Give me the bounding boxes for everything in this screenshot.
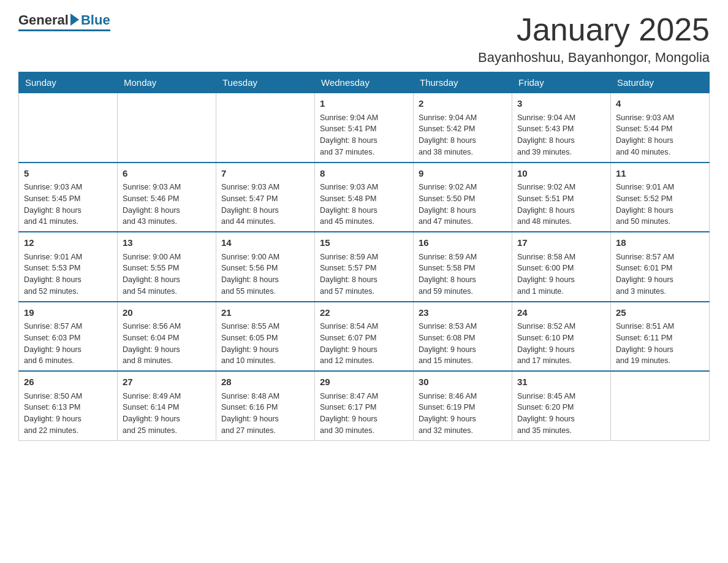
day-number: 29 [320,375,408,389]
calendar-cell: 23Sunrise: 8:53 AMSunset: 6:08 PMDayligh… [414,302,512,372]
logo-underline [18,29,110,31]
calendar-cell: 7Sunrise: 9:03 AMSunset: 5:47 PMDaylight… [216,163,315,232]
calendar-cell: 5Sunrise: 9:03 AMSunset: 5:45 PMDaylight… [19,163,118,232]
calendar-body: 1Sunrise: 9:04 AMSunset: 5:41 PMDaylight… [19,93,710,441]
day-number: 2 [419,97,507,111]
day-number: 21 [221,306,309,320]
day-number: 12 [24,236,112,250]
calendar-header: SundayMondayTuesdayWednesdayThursdayFrid… [19,72,710,93]
day-number: 26 [24,375,112,389]
day-number: 8 [320,167,408,181]
day-number: 7 [221,167,309,181]
day-number: 19 [24,306,112,320]
calendar-cell: 10Sunrise: 9:02 AMSunset: 5:51 PMDayligh… [512,163,611,232]
calendar-week-row: 5Sunrise: 9:03 AMSunset: 5:45 PMDaylight… [19,163,710,232]
calendar-cell: 29Sunrise: 8:47 AMSunset: 6:17 PMDayligh… [315,371,414,440]
day-number: 31 [517,375,605,389]
calendar-week-row: 1Sunrise: 9:04 AMSunset: 5:41 PMDaylight… [19,93,710,163]
calendar-cell: 31Sunrise: 8:45 AMSunset: 6:20 PMDayligh… [512,371,611,440]
logo-general-text: General [18,12,69,28]
day-number: 20 [123,306,211,320]
calendar-day-header: Thursday [414,72,512,93]
logo-blue-text: Blue [81,12,110,28]
calendar-cell [118,93,216,163]
day-number: 11 [616,167,704,181]
calendar-cell: 2Sunrise: 9:04 AMSunset: 5:42 PMDaylight… [414,93,512,163]
calendar-cell: 21Sunrise: 8:55 AMSunset: 6:05 PMDayligh… [216,302,315,372]
day-number: 18 [616,236,704,250]
calendar-cell: 19Sunrise: 8:57 AMSunset: 6:03 PMDayligh… [19,302,118,372]
calendar-week-row: 26Sunrise: 8:50 AMSunset: 6:13 PMDayligh… [19,371,710,440]
calendar-cell: 24Sunrise: 8:52 AMSunset: 6:10 PMDayligh… [512,302,611,372]
day-number: 1 [320,97,408,111]
page-header: General Blue January 2025 Bayanhoshuu, B… [18,12,710,66]
calendar-cell: 3Sunrise: 9:04 AMSunset: 5:43 PMDaylight… [512,93,611,163]
day-number: 23 [419,306,507,320]
calendar-cell: 6Sunrise: 9:03 AMSunset: 5:46 PMDaylight… [118,163,216,232]
month-title: January 2025 [478,12,710,47]
calendar-cell: 14Sunrise: 9:00 AMSunset: 5:56 PMDayligh… [216,232,315,302]
calendar-cell: 22Sunrise: 8:54 AMSunset: 6:07 PMDayligh… [315,302,414,372]
title-section: January 2025 Bayanhoshuu, Bayanhongor, M… [478,12,710,66]
day-number: 22 [320,306,408,320]
day-number: 17 [517,236,605,250]
calendar-cell: 16Sunrise: 8:59 AMSunset: 5:58 PMDayligh… [414,232,512,302]
calendar-cell: 20Sunrise: 8:56 AMSunset: 6:04 PMDayligh… [118,302,216,372]
calendar-cell: 12Sunrise: 9:01 AMSunset: 5:53 PMDayligh… [19,232,118,302]
day-number: 24 [517,306,605,320]
calendar-day-header: Monday [118,72,216,93]
calendar-cell [19,93,118,163]
calendar-day-header: Sunday [19,72,118,93]
day-number: 15 [320,236,408,250]
calendar-cell [611,371,710,440]
calendar-cell: 25Sunrise: 8:51 AMSunset: 6:11 PMDayligh… [611,302,710,372]
calendar-table: SundayMondayTuesdayWednesdayThursdayFrid… [18,72,710,441]
day-number: 9 [419,167,507,181]
calendar-week-row: 12Sunrise: 9:01 AMSunset: 5:53 PMDayligh… [19,232,710,302]
location-title: Bayanhoshuu, Bayanhongor, Mongolia [478,50,710,66]
calendar-cell [216,93,315,163]
calendar-week-row: 19Sunrise: 8:57 AMSunset: 6:03 PMDayligh… [19,302,710,372]
day-number: 30 [419,375,507,389]
calendar-cell: 15Sunrise: 8:59 AMSunset: 5:57 PMDayligh… [315,232,414,302]
calendar-cell: 26Sunrise: 8:50 AMSunset: 6:13 PMDayligh… [19,371,118,440]
day-number: 5 [24,167,112,181]
day-number: 28 [221,375,309,389]
calendar-cell: 11Sunrise: 9:01 AMSunset: 5:52 PMDayligh… [611,163,710,232]
day-number: 10 [517,167,605,181]
calendar-cell: 17Sunrise: 8:58 AMSunset: 6:00 PMDayligh… [512,232,611,302]
day-number: 13 [123,236,211,250]
calendar-day-header: Friday [512,72,611,93]
calendar-cell: 8Sunrise: 9:03 AMSunset: 5:48 PMDaylight… [315,163,414,232]
day-number: 25 [616,306,704,320]
day-number: 27 [123,375,211,389]
day-number: 14 [221,236,309,250]
calendar-day-header: Saturday [611,72,710,93]
day-number: 6 [123,167,211,181]
calendar-cell: 27Sunrise: 8:49 AMSunset: 6:14 PMDayligh… [118,371,216,440]
calendar-day-header: Wednesday [315,72,414,93]
calendar-cell: 4Sunrise: 9:03 AMSunset: 5:44 PMDaylight… [611,93,710,163]
day-number: 16 [419,236,507,250]
calendar-cell: 9Sunrise: 9:02 AMSunset: 5:50 PMDaylight… [414,163,512,232]
day-number: 3 [517,97,605,111]
calendar-cell: 13Sunrise: 9:00 AMSunset: 5:55 PMDayligh… [118,232,216,302]
logo-triangle-icon [70,13,79,26]
logo: General Blue [18,12,110,31]
calendar-cell: 1Sunrise: 9:04 AMSunset: 5:41 PMDaylight… [315,93,414,163]
calendar-cell: 30Sunrise: 8:46 AMSunset: 6:19 PMDayligh… [414,371,512,440]
calendar-day-header: Tuesday [216,72,315,93]
calendar-cell: 18Sunrise: 8:57 AMSunset: 6:01 PMDayligh… [611,232,710,302]
calendar-cell: 28Sunrise: 8:48 AMSunset: 6:16 PMDayligh… [216,371,315,440]
day-number: 4 [616,97,704,111]
